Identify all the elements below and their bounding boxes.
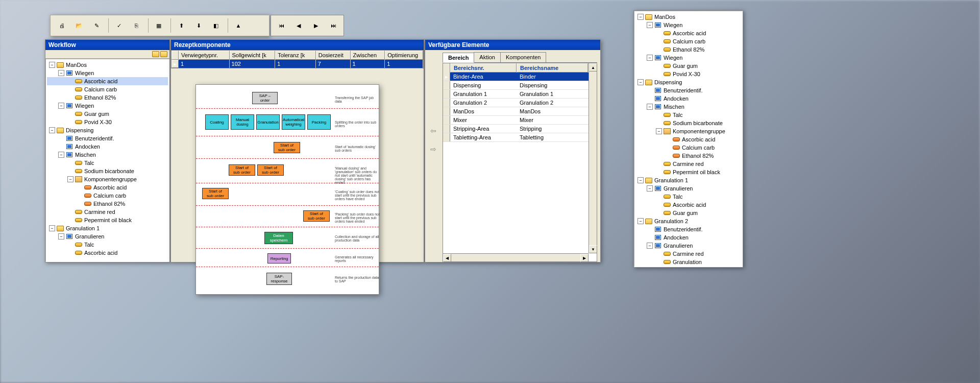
tree-item[interactable]: −Mischen <box>635 103 741 111</box>
tree-item[interactable]: −Granulation 2 <box>635 217 741 225</box>
move-left-icon[interactable]: ⇦ <box>430 127 438 135</box>
scroll-right-icon[interactable]: ▶ <box>580 254 589 262</box>
expander-icon[interactable]: − <box>638 218 644 224</box>
nav-first-button[interactable]: ⏮ <box>273 17 289 34</box>
tab-aktion[interactable]: Aktion <box>474 52 501 62</box>
expander-icon[interactable]: − <box>49 62 55 68</box>
grid-col-header[interactable]: Sollgewicht [k <box>230 51 276 60</box>
tab-bereich[interactable]: Bereich <box>443 53 474 63</box>
up-yellow-button[interactable]: ▲ <box>230 17 247 34</box>
expander-icon[interactable]: − <box>638 177 644 183</box>
tree-item[interactable]: −Dispensing <box>47 126 168 134</box>
scrollbar-vertical[interactable]: ▲ ▼ <box>589 63 597 253</box>
tree-item[interactable]: Andocken <box>47 142 168 151</box>
tree-item[interactable]: Carmine red <box>635 160 741 168</box>
tree-item[interactable]: Benutzeridentif. <box>635 86 741 94</box>
grid-col-header[interactable]: Verwiegetypnr. <box>179 51 230 60</box>
tree-item[interactable]: Calcium carb <box>47 85 168 93</box>
el-row[interactable]: DispensingDispensing <box>443 81 597 90</box>
rezept-grid[interactable]: Verwiegetypnr.Sollgewicht [kToleranz [kD… <box>171 50 424 68</box>
down-button[interactable]: ⬇ <box>190 17 207 34</box>
tree-item[interactable]: Pepermint oil black <box>635 168 741 176</box>
tree-item[interactable]: Ethanol 82% <box>635 45 741 54</box>
tree-item[interactable]: Guar gum <box>635 62 741 70</box>
tab-komponenten[interactable]: Komponenten <box>500 52 547 62</box>
left-panel-button[interactable]: ◧ <box>208 17 224 34</box>
tree-item[interactable]: −Granulieren <box>635 242 741 250</box>
expander-icon[interactable]: − <box>647 55 653 61</box>
tree-item[interactable]: Calcium carb <box>635 37 741 45</box>
export-button[interactable]: ⎘ <box>128 17 144 34</box>
grid-col-header[interactable]: Toleranz [k <box>275 51 316 60</box>
move-right-icon[interactable]: ⇨ <box>430 145 438 153</box>
print-button[interactable]: 🖨 <box>54 17 70 34</box>
tree-item[interactable]: Carmine red <box>47 208 168 216</box>
grid-cell[interactable]: 1 <box>179 60 230 68</box>
expander-icon[interactable]: − <box>58 103 64 109</box>
tree-item[interactable]: −Dispensing <box>635 78 741 86</box>
scroll-down-icon[interactable]: ▼ <box>589 245 597 253</box>
tree-item[interactable]: Calcium carb <box>47 192 168 200</box>
expander-icon[interactable]: − <box>647 185 653 192</box>
expander-icon[interactable]: − <box>647 104 653 110</box>
open-red-button[interactable]: 📂 <box>71 17 87 34</box>
grid-cell[interactable]: 102 <box>230 60 276 68</box>
el-row[interactable]: ManDosManDos <box>443 107 597 116</box>
tree-item[interactable]: −Granulation 1 <box>635 176 741 184</box>
grid-cell[interactable]: 1 <box>385 60 423 68</box>
grid-cell[interactable]: 1 <box>275 60 316 68</box>
tree-item[interactable]: Ascorbic acid <box>635 201 741 209</box>
tree-item[interactable]: Carmine red <box>635 250 741 258</box>
el-row[interactable]: Granulation 1Granulation 1 <box>443 90 597 99</box>
grid-col-header[interactable]: Zwischen <box>351 51 385 60</box>
expander-icon[interactable]: − <box>638 14 644 20</box>
expander-icon[interactable]: − <box>58 70 64 76</box>
tree-item[interactable]: −Granulation 1 <box>47 224 168 232</box>
tree-item[interactable]: Talc <box>635 111 741 119</box>
tree-item[interactable]: Ascorbic acid <box>635 29 741 37</box>
tree-item[interactable]: Ascorbic acid <box>47 183 168 192</box>
expander-icon[interactable]: − <box>67 176 74 182</box>
expander-icon[interactable]: − <box>647 22 653 28</box>
tree-item[interactable]: −Granulieren <box>635 184 741 193</box>
grid-cell[interactable]: 1 <box>351 60 385 68</box>
tree-item[interactable]: −ManDos <box>47 61 168 69</box>
el-row[interactable]: ▸Binder-AreaBinder <box>443 73 597 81</box>
expander-icon[interactable]: − <box>58 152 64 158</box>
expander-icon[interactable]: − <box>638 79 644 85</box>
scroll-left-icon[interactable]: ◀ <box>443 254 451 262</box>
tree-item[interactable]: Ethanol 82% <box>47 93 168 102</box>
el-row[interactable]: Granulation 2Granulation 2 <box>443 99 597 107</box>
nav-last-button[interactable]: ⏭ <box>325 17 341 34</box>
tree-item[interactable]: Povid X-30 <box>47 118 168 126</box>
tree-item[interactable]: −ManDos <box>635 13 741 21</box>
grid1-button[interactable]: ▦ <box>151 17 167 34</box>
scrollbar-horizontal[interactable]: ◀ ▶ <box>443 253 589 261</box>
expander-icon[interactable]: − <box>49 225 55 231</box>
tree-item[interactable]: Andocken <box>635 94 741 103</box>
up-button[interactable]: ⬆ <box>173 17 189 34</box>
folder-closed-icon[interactable] <box>152 51 159 57</box>
tree-item[interactable]: −Granulieren <box>47 232 168 241</box>
tree-item[interactable]: Ethanol 82% <box>47 200 168 208</box>
tree-item[interactable]: Sodium bicarbonate <box>635 119 741 127</box>
tree-item[interactable]: −Komponentengruppe <box>635 127 741 135</box>
el-col-header[interactable]: Bereichsname <box>517 63 588 73</box>
tree-item[interactable]: −Wiegen <box>47 69 168 77</box>
tree-item[interactable]: Povid X-30 <box>635 70 741 78</box>
folder-open-icon[interactable] <box>160 51 167 57</box>
tree-item[interactable]: −Wiegen <box>47 102 168 110</box>
nav-next-button[interactable]: ▶ <box>308 17 324 34</box>
tree-item[interactable]: Pepermint oil black <box>47 216 168 224</box>
tree-item[interactable]: Ascorbic acid <box>635 135 741 143</box>
el-col-header[interactable]: Bereichsnr. <box>450 63 517 73</box>
grid-col-header[interactable]: Optimierung <box>385 51 423 60</box>
tree-item[interactable]: Guar gum <box>47 110 168 118</box>
tree-item[interactable]: −Mischen <box>47 151 168 159</box>
expander-icon[interactable]: − <box>656 128 662 134</box>
rezept-row[interactable]: ▸ 11021711 <box>172 60 423 68</box>
tree-item[interactable]: −Wiegen <box>635 54 741 62</box>
elements-table[interactable]: Bereichsnr.Bereichsname ▸Binder-AreaBind… <box>443 63 597 262</box>
tree-item[interactable]: −Komponentengruppe <box>47 175 168 183</box>
tree-item[interactable]: −Wiegen <box>635 21 741 29</box>
